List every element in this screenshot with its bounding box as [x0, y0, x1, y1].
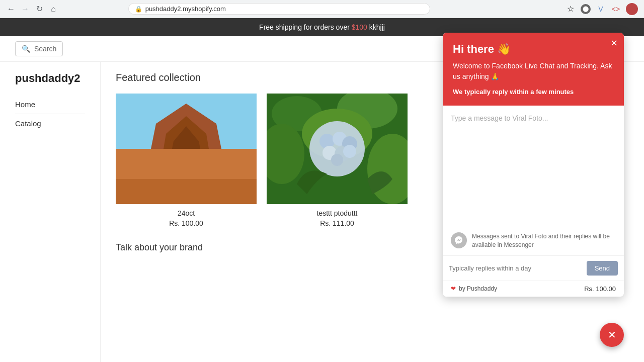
- chat-footer-info: Messages sent to Viral Foto and their re…: [443, 226, 624, 256]
- product-card-2[interactable]: testtt ptoduttt Rs. 111.00: [267, 94, 408, 227]
- profile-icon[interactable]: [626, 3, 638, 15]
- heart-icon: ❤: [451, 285, 456, 292]
- nav-catalog[interactable]: Catalog: [15, 114, 85, 133]
- product-image-flower: [267, 94, 408, 204]
- chat-reply-time: We typically reply within a few minutes: [453, 88, 614, 96]
- chat-footer-messenger-text: Messages sent to Viral Foto and their re…: [472, 232, 616, 249]
- lock-icon: 🔒: [135, 6, 142, 13]
- search-label: Search: [34, 45, 56, 53]
- chat-branding-price: Rs. 100.00: [584, 285, 616, 293]
- chat-title: Hi there 👋: [453, 43, 614, 56]
- chat-widget: ✕ Hi there 👋 Welcome to Facebook Live Ch…: [443, 33, 624, 297]
- bookmark-icon[interactable]: ☆: [566, 4, 576, 14]
- chat-body: Type a message to Viral Foto... Messages…: [443, 106, 624, 297]
- product-price-1: Rs. 100.00: [116, 219, 257, 227]
- chat-send-button[interactable]: Send: [587, 261, 618, 276]
- chat-message-area[interactable]: Type a message to Viral Foto...: [443, 106, 624, 226]
- address-bar[interactable]: 🔒 pushdaddy2.myshopify.com: [128, 3, 430, 15]
- chat-branding-left: ❤ by Pushdaddy: [451, 285, 497, 292]
- chat-close-button[interactable]: ✕: [610, 39, 618, 48]
- back-button[interactable]: ←: [6, 4, 16, 14]
- chat-fab-close[interactable]: ✕: [600, 323, 624, 347]
- svg-rect-5: [116, 179, 257, 204]
- extension-icon-1[interactable]: ⬤: [581, 4, 591, 14]
- chat-input-row: Send: [443, 256, 624, 281]
- reload-button[interactable]: ↻: [34, 4, 44, 14]
- messenger-icon: [451, 232, 467, 248]
- extension-icon-2[interactable]: V: [596, 4, 606, 14]
- product-card[interactable]: 24oct Rs. 100.00: [116, 94, 257, 227]
- chat-header: ✕ Hi there 👋 Welcome to Facebook Live Ch…: [443, 33, 624, 106]
- chat-subtitle: Welcome to Facebook Live Chat and Tracki…: [453, 61, 614, 82]
- product-name-1: 24oct: [116, 209, 257, 217]
- nav-home[interactable]: Home: [15, 95, 85, 114]
- store-title: pushdaddy2: [15, 72, 85, 85]
- banner-code: kkhjjj: [369, 23, 385, 31]
- forward-button[interactable]: →: [20, 4, 30, 14]
- home-button[interactable]: ⌂: [48, 4, 58, 14]
- browser-toolbar: ☆ ⬤ V <>: [566, 3, 638, 15]
- browser-chrome: ← → ↻ ⌂ 🔒 pushdaddy2.myshopify.com ☆ ⬤ V…: [0, 0, 644, 18]
- product-image-desert: [116, 94, 257, 204]
- search-bar[interactable]: 🔍 Search: [15, 41, 63, 56]
- url-text: pushdaddy2.myshopify.com: [145, 5, 226, 13]
- sidebar: pushdaddy2 Home Catalog: [0, 62, 101, 362]
- banner-text: Free shipping for orders over: [259, 23, 352, 31]
- chat-branding: ❤ by Pushdaddy Rs. 100.00: [443, 281, 624, 297]
- svg-point-18: [343, 145, 356, 158]
- chat-input-field[interactable]: [449, 264, 583, 272]
- svg-point-19: [331, 154, 343, 166]
- product-name-2: testtt ptoduttt: [267, 209, 408, 217]
- product-price-2: Rs. 111.00: [267, 219, 408, 227]
- banner-price: $100: [352, 23, 367, 31]
- extension-icon-3[interactable]: <>: [611, 4, 621, 14]
- branding-text: by Pushdaddy: [459, 285, 497, 292]
- chat-message-placeholder: Type a message to Viral Foto...: [451, 114, 548, 122]
- search-icon: 🔍: [22, 45, 30, 53]
